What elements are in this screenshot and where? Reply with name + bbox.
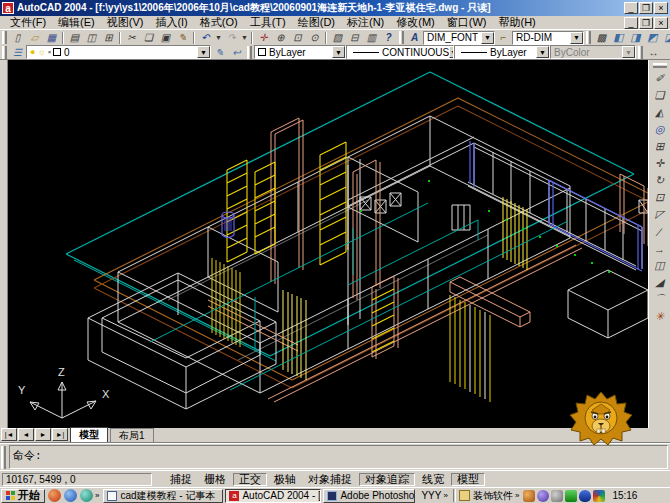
- make-object-layer-current-button[interactable]: [211, 45, 228, 59]
- explode-button[interactable]: [651, 308, 669, 325]
- deco-toolbar-label[interactable]: 装饰软件: [473, 489, 513, 503]
- zoom-previous-button[interactable]: [306, 31, 323, 45]
- menu-edit[interactable]: 编辑(E): [52, 15, 101, 30]
- array-button[interactable]: [651, 138, 669, 155]
- mirror-button[interactable]: [651, 104, 669, 121]
- lion-mascot[interactable]: [568, 390, 634, 447]
- pan-button[interactable]: [255, 31, 272, 45]
- task-photoshop[interactable]: Adobe Photoshop: [323, 489, 415, 503]
- model-space-toggle[interactable]: 模型: [451, 473, 485, 486]
- scale-button[interactable]: [651, 189, 669, 206]
- toolbar-grip[interactable]: [399, 31, 404, 44]
- tray-icon-6[interactable]: [593, 490, 605, 502]
- dim-style-combo[interactable]: RD-DIM ▼: [512, 31, 584, 45]
- fillet-button[interactable]: [651, 291, 669, 308]
- chevron-down-icon[interactable]: ▼: [197, 46, 210, 58]
- save-button[interactable]: [43, 31, 60, 45]
- sun-icon[interactable]: ☼: [37, 47, 45, 57]
- menu-draw[interactable]: 绘图(D): [292, 15, 341, 30]
- dim-style-button[interactable]: [495, 31, 512, 45]
- view-right-button[interactable]: ◪: [661, 31, 670, 45]
- task-notepad[interactable]: cad建模教程 - 记事本: [103, 489, 223, 503]
- layer-combo[interactable]: ● ☼ ▪ 0 ▼: [26, 45, 211, 59]
- redo-dropdown[interactable]: ▼: [240, 31, 249, 45]
- text-style-button[interactable]: [406, 31, 423, 45]
- view-top-button[interactable]: ◧: [610, 31, 627, 45]
- start-button[interactable]: 开始: [1, 489, 45, 503]
- copy-clip-button[interactable]: [140, 31, 157, 45]
- lineweight-toggle[interactable]: 线宽: [417, 473, 449, 486]
- offset-button[interactable]: [651, 121, 669, 138]
- view-bottom-button[interactable]: ◨: [627, 31, 644, 45]
- publish-button[interactable]: [100, 31, 117, 45]
- toolbar-grip[interactable]: [2, 31, 7, 44]
- restore-button[interactable]: ❐: [639, 2, 653, 14]
- toolbar-grip[interactable]: [638, 46, 643, 59]
- close-button[interactable]: ×: [654, 2, 668, 14]
- grid-toggle[interactable]: 栅格: [199, 473, 231, 486]
- chevron-down-icon[interactable]: ▼: [570, 32, 583, 44]
- toolbar-grip[interactable]: [2, 46, 7, 59]
- menu-format[interactable]: 格式(O): [194, 15, 244, 30]
- linear-dimension-button[interactable]: [645, 45, 662, 59]
- quick-launch-chevron[interactable]: »: [95, 491, 99, 500]
- trim-button[interactable]: [651, 223, 669, 240]
- title-bar[interactable]: a AutoCAD 2004 - [f:\yy\ys1\2006年\2006年1…: [0, 0, 670, 16]
- chevron-down-icon[interactable]: ▼: [536, 46, 549, 58]
- tray-icon-2[interactable]: [537, 490, 549, 502]
- tray-icon-4[interactable]: [565, 490, 577, 502]
- tab-first-button[interactable]: |◄: [1, 428, 17, 441]
- tab-model[interactable]: 模型: [70, 427, 108, 442]
- menu-tools[interactable]: 工具(T): [244, 15, 292, 30]
- quick-launch-icon-1[interactable]: [48, 489, 61, 502]
- cut-button[interactable]: [123, 31, 140, 45]
- language-indicator[interactable]: YYY: [421, 490, 441, 501]
- quick-launch-icon-3[interactable]: [80, 489, 93, 502]
- deco-toolbar-chevron[interactable]: »: [515, 491, 519, 500]
- view-left-button[interactable]: ◩: [644, 31, 661, 45]
- undo-button[interactable]: [197, 31, 214, 45]
- chevron-down-icon[interactable]: ▼: [481, 32, 494, 44]
- menu-insert[interactable]: 插入(I): [149, 15, 193, 30]
- zoom-realtime-button[interactable]: [272, 31, 289, 45]
- ortho-toggle[interactable]: 正交: [233, 473, 267, 486]
- tray-icon-5[interactable]: [579, 490, 591, 502]
- new-button[interactable]: [9, 31, 26, 45]
- zoom-window-button[interactable]: [289, 31, 306, 45]
- task-autocad[interactable]: a AutoCAD 2004 - [f:\...: [225, 489, 321, 503]
- menu-file[interactable]: 文件(F): [4, 15, 52, 30]
- tab-last-button[interactable]: ►|: [52, 428, 68, 441]
- menu-modify[interactable]: 修改(M): [390, 15, 441, 30]
- tray-icon-1[interactable]: [523, 490, 535, 502]
- move-button[interactable]: [651, 155, 669, 172]
- tool-palettes-button[interactable]: [363, 31, 380, 45]
- stretch-button[interactable]: [651, 206, 669, 223]
- match-properties-button[interactable]: [174, 31, 191, 45]
- copy-object-button[interactable]: [651, 87, 669, 104]
- command-input[interactable]: 命令:: [9, 445, 668, 469]
- tray-icon-3[interactable]: [551, 490, 563, 502]
- polar-toggle[interactable]: 极轴: [269, 473, 301, 486]
- plot-preview-button[interactable]: [83, 31, 100, 45]
- linetype-combo[interactable]: CONTINUOUS ▼: [346, 45, 454, 59]
- snap-toggle[interactable]: 捕捉: [165, 473, 197, 486]
- paste-button[interactable]: [157, 31, 174, 45]
- coordinate-readout[interactable]: 10167, 5499 , 0: [2, 473, 152, 486]
- tab-prev-button[interactable]: ◄: [18, 428, 34, 441]
- menu-help[interactable]: 帮助(H): [493, 15, 542, 30]
- redo-button[interactable]: [223, 31, 240, 45]
- autocad-app-icon[interactable]: a: [2, 2, 14, 14]
- command-window-grip[interactable]: [1, 446, 6, 469]
- text-style-combo[interactable]: DIM_FONT ▼: [423, 31, 495, 45]
- tab-layout1[interactable]: 布局1: [110, 428, 154, 442]
- minimize-button[interactable]: _: [624, 2, 638, 14]
- lock-icon[interactable]: ▪: [48, 47, 51, 57]
- undo-dropdown[interactable]: ▼: [214, 31, 223, 45]
- quick-launch-icon-2[interactable]: [64, 489, 77, 502]
- chamfer-button[interactable]: [651, 274, 669, 291]
- toolbar-grip[interactable]: [247, 46, 252, 59]
- rotate-button[interactable]: [651, 172, 669, 189]
- designcenter-button[interactable]: [346, 31, 363, 45]
- tab-next-button[interactable]: ►: [35, 428, 51, 441]
- erase-button[interactable]: [651, 70, 669, 87]
